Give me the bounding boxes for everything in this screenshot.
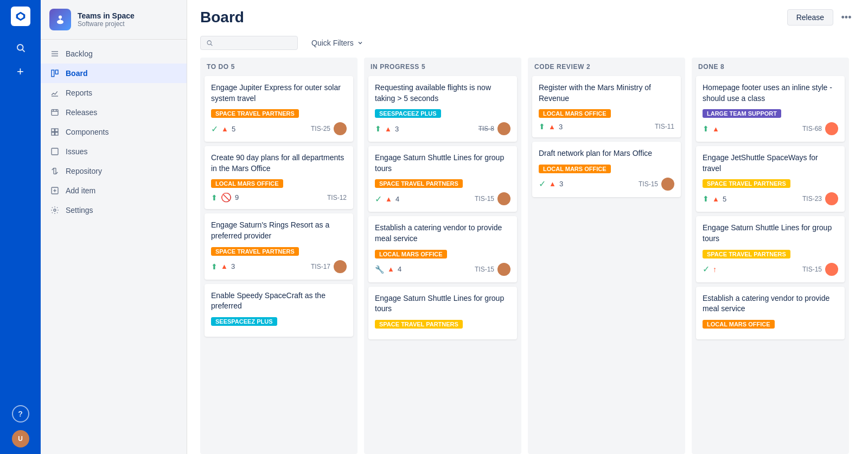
card-done-1[interactable]: Homepage footer uses an inline style - s… xyxy=(696,76,845,142)
card-title: Enable Speedy SpaceCraft as the preferre… xyxy=(211,291,347,312)
components-icon xyxy=(49,127,60,137)
toolbar: Quick Filters xyxy=(187,30,868,58)
card-title: Register with the Mars Ministry of Reven… xyxy=(539,83,674,104)
card-footer: ✓ ↑ TIS-15 xyxy=(703,263,838,276)
search-box[interactable] xyxy=(200,36,298,50)
story-points: 3 xyxy=(231,262,235,270)
card-todo-1[interactable]: Engage Jupiter Express for outer solar s… xyxy=(205,76,353,142)
card-footer: ⬆ ▲ 5 TIS-23 xyxy=(703,192,838,205)
card-todo-4[interactable]: Enable Speedy SpaceCraft as the preferre… xyxy=(205,284,353,337)
priority-icon: ▲ xyxy=(387,265,394,273)
column-codereview-header: CODE REVIEW 2 xyxy=(528,58,685,74)
assignee-avatar xyxy=(661,178,674,191)
card-inprogress-4[interactable]: Engage Saturn Shuttle Lines for group to… xyxy=(368,287,517,339)
sidebar-item-add-item[interactable]: Add item xyxy=(41,181,187,200)
main-content: Board Release ••• Quick Filters TO DO 5 … xyxy=(187,0,868,454)
sidebar: Teams in Space Software project Backlog … xyxy=(41,0,187,454)
app-logo[interactable] xyxy=(11,7,30,26)
card-footer: 🔧 ▲ 4 TIS-15 xyxy=(375,263,510,276)
svg-point-2 xyxy=(17,45,23,51)
sidebar-item-label: Repository xyxy=(66,167,102,175)
card-footer-right: TIS-23 xyxy=(802,192,838,205)
card-done-3[interactable]: Engage Saturn Shuttle Lines for group to… xyxy=(696,216,845,282)
header-actions: Release ••• xyxy=(787,9,855,26)
card-footer-right: TIS-15 xyxy=(639,178,674,191)
ticket-id: TIS-12 xyxy=(327,194,347,201)
project-avatar xyxy=(49,9,71,30)
priority-icon: ▲ xyxy=(221,125,228,133)
sidebar-item-label: Board xyxy=(66,69,87,78)
bookmark-icon: ⬆ xyxy=(703,194,709,203)
ticket-id: TIS-17 xyxy=(311,263,330,270)
card-footer-right: TIS-12 xyxy=(327,194,347,201)
card-inprogress-2[interactable]: Engage Saturn Shuttle Lines for group to… xyxy=(368,146,517,212)
ticket-id: TIS-23 xyxy=(802,195,822,203)
sidebar-item-settings[interactable]: Settings xyxy=(41,200,187,220)
card-codereview-1[interactable]: Register with the Mars Ministry of Reven… xyxy=(532,76,681,137)
card-done-4[interactable]: Establish a catering vendor to provide m… xyxy=(696,287,845,339)
project-header: Teams in Space Software project xyxy=(41,0,187,40)
card-title: Engage Jupiter Express for outer solar s… xyxy=(211,83,347,104)
repository-icon xyxy=(49,166,60,176)
svg-rect-10 xyxy=(52,70,54,77)
sidebar-item-issues[interactable]: Issues xyxy=(41,142,187,161)
issues-icon xyxy=(49,146,60,157)
sidebar-item-label: Backlog xyxy=(66,49,93,58)
card-done-2[interactable]: Engage JetShuttle SpaceWays for travel S… xyxy=(696,146,845,212)
quick-filters-label: Quick Filters xyxy=(311,39,354,47)
sidebar-nav: Backlog Board Reports Releases Component… xyxy=(41,40,187,224)
card-tag: SEESPACEEZ PLUS xyxy=(375,109,441,118)
svg-rect-20 xyxy=(55,133,58,135)
ticket-id: TIS-11 xyxy=(655,123,674,130)
sidebar-item-backlog[interactable]: Backlog xyxy=(41,44,187,64)
backlog-icon xyxy=(49,48,60,59)
bookmark-icon: ⬆ xyxy=(211,262,218,271)
card-footer-right: TIS-15 xyxy=(475,263,510,276)
more-options-button[interactable]: ••• xyxy=(838,9,855,26)
wrench-icon: 🔧 xyxy=(375,265,384,274)
assignee-avatar xyxy=(334,260,347,273)
sidebar-item-board[interactable]: Board xyxy=(41,64,187,83)
card-footer: ⬆ ▲ 3 TIS-11 xyxy=(539,122,674,131)
story-points: 9 xyxy=(235,193,239,201)
card-tag: LOCAL MARS OFFICE xyxy=(539,165,611,173)
card-footer: ⬆ ▲ TIS-68 xyxy=(703,122,838,135)
project-name: Teams in Space xyxy=(78,11,135,20)
card-tag: SPACE TRAVEL PARTNERS xyxy=(375,179,463,188)
card-footer-right: TIS-25 xyxy=(311,122,347,135)
add-icon[interactable]: + xyxy=(10,61,31,83)
sidebar-item-repository[interactable]: Repository xyxy=(41,161,187,181)
board-icon xyxy=(49,68,60,79)
board: TO DO 5 Engage Jupiter Express for outer… xyxy=(187,58,868,454)
card-todo-2[interactable]: Create 90 day plans for all departments … xyxy=(205,146,353,209)
project-type: Software project xyxy=(78,20,135,28)
sidebar-item-reports[interactable]: Reports xyxy=(41,83,187,103)
ticket-id: TIS-15 xyxy=(475,195,494,203)
card-todo-3[interactable]: Engage Saturn's Rings Resort as a prefer… xyxy=(205,213,353,279)
card-inprogress-1[interactable]: Requesting available flights is now taki… xyxy=(368,76,517,142)
quick-filters-button[interactable]: Quick Filters xyxy=(304,35,371,51)
card-tag: SPACE TRAVEL PARTNERS xyxy=(211,247,299,256)
search-icon[interactable] xyxy=(10,37,31,59)
svg-rect-18 xyxy=(55,129,58,131)
column-done-header: DONE 8 xyxy=(692,58,849,74)
card-title: Requesting available flights is now taki… xyxy=(375,83,510,104)
check-icon: ✓ xyxy=(375,194,382,204)
card-tag: LARGE TEAM SUPPORT xyxy=(703,109,781,118)
ticket-id: TIS-68 xyxy=(802,125,822,133)
release-button[interactable]: Release xyxy=(787,9,833,26)
card-title: Engage Saturn Shuttle Lines for group to… xyxy=(703,223,838,244)
help-icon[interactable]: ? xyxy=(12,405,29,423)
user-avatar[interactable]: U xyxy=(12,430,29,447)
card-codereview-2[interactable]: Draft network plan for Mars Office LOCAL… xyxy=(532,142,681,197)
ticket-id: TIS-15 xyxy=(802,266,822,273)
assignee-avatar xyxy=(497,192,510,205)
card-footer: ✓ ▲ 5 TIS-25 xyxy=(211,122,347,135)
priority-icon: ▲ xyxy=(549,180,556,188)
card-title: Draft network plan for Mars Office xyxy=(539,148,674,159)
search-input[interactable] xyxy=(216,39,292,47)
card-inprogress-3[interactable]: Establish a catering vendor to provide m… xyxy=(368,216,517,282)
sidebar-item-releases[interactable]: Releases xyxy=(41,103,187,122)
sidebar-item-components[interactable]: Components xyxy=(41,122,187,142)
card-footer: ✓ ▲ 3 TIS-15 xyxy=(539,178,674,191)
